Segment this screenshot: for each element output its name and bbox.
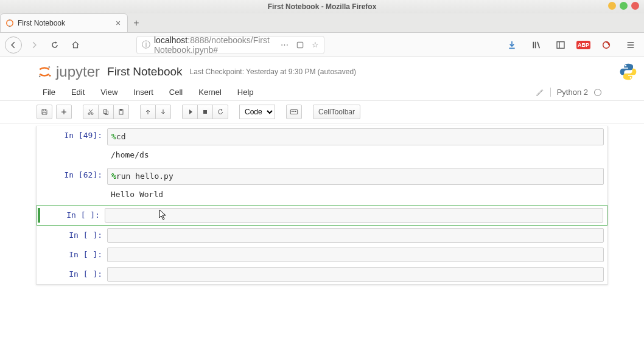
tab-close-button[interactable]: × <box>114 19 122 27</box>
code-cell[interactable]: In [ ]: <box>37 265 607 284</box>
window-title: First Notebook - Mozilla Firefox <box>268 2 377 11</box>
svg-point-2 <box>9 26 10 27</box>
back-button[interactable] <box>5 36 22 54</box>
jupyter-header: jupyter First Notebook Last Checkpoint: … <box>0 57 644 84</box>
browser-navbar: ⓘ localhost:8888/notebooks/First Noteboo… <box>0 33 644 57</box>
svg-rect-15 <box>105 111 108 115</box>
svg-point-1 <box>9 19 10 20</box>
code-cell[interactable]: In [ ]: <box>37 245 607 265</box>
kernel-indicator-icon <box>594 89 601 96</box>
svg-point-8 <box>39 76 41 78</box>
svg-point-9 <box>49 75 51 77</box>
save-button[interactable] <box>37 105 52 119</box>
svg-rect-4 <box>557 41 564 48</box>
prompt: In [ ]: <box>69 230 102 240</box>
menubar: File Edit View Insert Cell Kernel Help P… <box>0 84 644 101</box>
celltoolbar-button[interactable]: CellToolbar <box>313 105 360 119</box>
adblock-icon[interactable]: ABP <box>576 41 590 49</box>
move-up-button[interactable] <box>140 105 156 119</box>
restart-button[interactable] <box>212 105 228 119</box>
menu-file[interactable]: File <box>43 86 55 98</box>
new-tab-button[interactable]: + <box>128 15 145 32</box>
menu-kernel[interactable]: Kernel <box>198 86 222 98</box>
svg-rect-21 <box>293 111 295 112</box>
extension-icon[interactable] <box>598 36 615 54</box>
output-area: Hello World <box>37 187 607 205</box>
code-cell[interactable]: In [ ]: <box>37 226 607 245</box>
move-down-button[interactable] <box>155 105 171 119</box>
code-cell[interactable]: In [62]: %run hello.py <box>37 165 607 187</box>
library-icon[interactable] <box>528 36 545 54</box>
code-input[interactable] <box>107 228 604 243</box>
sidebar-icon[interactable] <box>552 36 569 54</box>
bookmark-star-icon[interactable]: ☆ <box>312 40 319 49</box>
address-bar[interactable]: ⓘ localhost:8888/notebooks/First Noteboo… <box>136 36 324 54</box>
run-button[interactable] <box>182 105 198 119</box>
os-titlebar: First Notebook - Mozilla Firefox <box>0 0 644 13</box>
prompt: In [62]: <box>64 170 102 179</box>
edit-pencil-icon[interactable] <box>536 88 544 97</box>
maximize-button[interactable] <box>620 2 628 10</box>
svg-point-6 <box>603 41 610 48</box>
svg-point-0 <box>7 19 13 26</box>
jupyter-logo[interactable]: jupyter <box>37 63 100 80</box>
cut-button[interactable] <box>83 105 99 119</box>
svg-point-11 <box>630 77 632 79</box>
menu-help[interactable]: Help <box>237 86 254 98</box>
output-text: /home/ds <box>107 149 604 161</box>
svg-point-10 <box>625 65 627 67</box>
output-text: Hello World <box>107 189 604 200</box>
minimize-button[interactable] <box>608 2 616 10</box>
toolbar: Code CellToolbar <box>0 101 644 123</box>
code-input[interactable] <box>107 248 604 262</box>
code-input[interactable]: %run hello.py <box>107 168 604 185</box>
window-controls <box>608 2 639 10</box>
copy-button[interactable] <box>98 105 114 119</box>
reader-mode-icon[interactable] <box>296 41 304 49</box>
jupyter-logo-text: jupyter <box>56 63 100 80</box>
code-input[interactable] <box>107 267 604 282</box>
svg-rect-14 <box>104 110 107 114</box>
svg-point-7 <box>49 66 51 68</box>
code-input[interactable] <box>105 208 603 223</box>
code-cell-selected[interactable]: In [ ]: <box>37 205 607 226</box>
interrupt-button[interactable] <box>197 105 213 119</box>
jupyter-favicon <box>5 19 14 27</box>
prompt: In [ ]: <box>66 210 100 220</box>
code-input[interactable]: %cd <box>107 128 604 145</box>
browser-tab-active[interactable]: First Notebook × <box>0 13 128 33</box>
menu-edit[interactable]: Edit <box>71 86 85 98</box>
page-actions-icon[interactable]: ⋯ <box>281 40 289 49</box>
svg-rect-3 <box>297 42 303 47</box>
menu-insert[interactable]: Insert <box>133 86 153 98</box>
notebook-area: In [49]: %cd /home/ds In [62]: %run hell… <box>0 123 644 297</box>
paste-button[interactable] <box>113 105 129 119</box>
command-palette-button[interactable] <box>286 105 302 119</box>
site-info-icon[interactable]: ⓘ <box>142 40 150 50</box>
menu-cell[interactable]: Cell <box>169 86 183 98</box>
home-button[interactable] <box>67 36 84 54</box>
mouse-cursor-icon <box>159 209 167 220</box>
kernel-name[interactable]: Python 2 <box>550 88 588 97</box>
notebook-name[interactable]: First Notebook <box>107 65 183 78</box>
menu-view[interactable]: View <box>100 86 117 98</box>
url-text: localhost:8888/notebooks/First Notebook.… <box>154 35 270 55</box>
forward-button[interactable] <box>26 36 43 54</box>
tab-title: First Notebook <box>18 19 110 27</box>
menu-button[interactable] <box>622 36 639 54</box>
downloads-icon[interactable] <box>503 36 520 54</box>
prompt: In [ ]: <box>69 250 102 259</box>
svg-rect-22 <box>295 111 296 112</box>
prompt: In [49]: <box>64 131 102 140</box>
svg-rect-18 <box>203 110 207 114</box>
code-cell[interactable]: In [49]: %cd <box>37 126 607 148</box>
output-area: /home/ds <box>37 148 607 165</box>
page-viewport: jupyter First Notebook Last Checkpoint: … <box>0 57 644 357</box>
browser-tab-strip: First Notebook × + <box>0 13 644 33</box>
reload-button[interactable] <box>46 36 63 54</box>
close-button[interactable] <box>631 2 639 10</box>
celltype-select[interactable]: Code <box>239 105 275 119</box>
svg-rect-20 <box>292 111 293 112</box>
python-logo-icon <box>618 62 638 81</box>
insert-cell-button[interactable] <box>56 105 72 119</box>
